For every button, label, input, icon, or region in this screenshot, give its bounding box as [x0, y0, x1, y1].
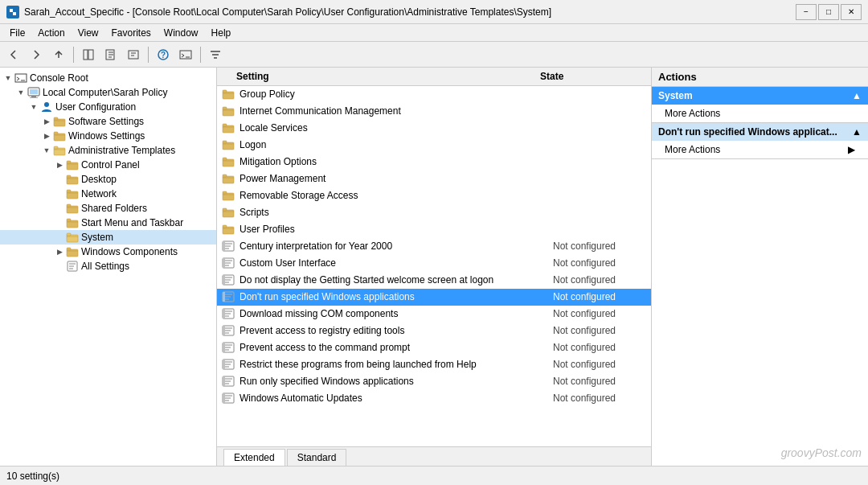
- list-item[interactable]: Prevent access to the command prompt Not…: [217, 339, 651, 356]
- console-root-icon: [14, 72, 27, 84]
- list-item[interactable]: Group Policy: [217, 86, 651, 103]
- row-icon-prevent-cmd: [217, 341, 236, 354]
- tree-item-all-settings[interactable]: All Settings: [0, 259, 216, 273]
- export-button[interactable]: [100, 45, 121, 64]
- expander-windows-settings[interactable]: ▶: [40, 129, 53, 142]
- list-item[interactable]: Internet Communication Management: [217, 103, 651, 120]
- console-button[interactable]: [175, 45, 196, 64]
- tree-item-local-computer[interactable]: ▼ Local Computer\Sarah Policy: [0, 85, 216, 100]
- list-item-dont-run-apps[interactable]: Don't run specified Windows applications…: [217, 289, 651, 306]
- svg-rect-45: [223, 159, 234, 166]
- actions-section-dont-run-header[interactable]: Don't run specified Windows applicat... …: [652, 123, 868, 141]
- row-state-logon: [547, 144, 651, 146]
- windows-components-icon: [66, 245, 79, 258]
- maximize-button[interactable]: □: [818, 4, 839, 20]
- svg-rect-64: [223, 309, 225, 319]
- list-item[interactable]: Windows Automatic Updates Not configured: [217, 390, 651, 407]
- tab-extended[interactable]: Extended: [223, 449, 285, 466]
- list-item[interactable]: Scripts: [217, 204, 651, 221]
- tree-item-user-config[interactable]: ▼ User Configuration: [0, 100, 216, 114]
- help-button[interactable]: ?: [153, 45, 174, 64]
- row-state-win-auto-updates: Not configured: [547, 392, 651, 405]
- svg-rect-19: [54, 132, 58, 134]
- svg-rect-13: [31, 96, 36, 97]
- list-item[interactable]: Century interpretation for Year 2000 Not…: [217, 238, 651, 255]
- list-item[interactable]: User Profiles: [217, 221, 651, 238]
- tree-item-windows-components[interactable]: ▶ Windows Components: [0, 245, 216, 259]
- menu-file[interactable]: File: [3, 26, 31, 40]
- list-item[interactable]: Locale Services: [217, 120, 651, 137]
- list-item[interactable]: Prevent access to registry editing tools…: [217, 323, 651, 339]
- list-item[interactable]: Download missing COM components Not conf…: [217, 306, 651, 323]
- row-label-dont-run-apps: Don't run specified Windows applications: [236, 290, 547, 303]
- svg-rect-37: [223, 92, 234, 99]
- back-button[interactable]: [3, 45, 24, 64]
- row-state-download-com: Not configured: [547, 307, 651, 320]
- row-icon-download-com: [217, 307, 236, 320]
- list-item[interactable]: Restrict these programs from being launc…: [217, 356, 651, 373]
- expander-software-settings[interactable]: ▶: [40, 115, 53, 128]
- list-item[interactable]: Mitigation Options: [217, 154, 651, 171]
- list-item[interactable]: Logon: [217, 137, 651, 154]
- expander-user-config[interactable]: ▼: [27, 101, 40, 113]
- tree-item-console-root[interactable]: ▼ Console Root: [0, 71, 216, 85]
- menu-view[interactable]: View: [72, 26, 105, 40]
- menu-action[interactable]: Action: [31, 26, 71, 40]
- list-item[interactable]: Removable Storage Access: [217, 187, 651, 204]
- minimize-button[interactable]: −: [796, 4, 817, 20]
- svg-rect-20: [54, 148, 65, 155]
- row-icon-group-policy: [217, 88, 236, 101]
- actions-item-more-actions-system[interactable]: More Actions: [652, 105, 868, 122]
- tree-item-start-menu[interactable]: Start Menu and Taskbar: [0, 216, 216, 230]
- expander-admin-templates[interactable]: ▼: [40, 144, 53, 157]
- tree-item-shared-folders[interactable]: Shared Folders: [0, 201, 216, 216]
- expander-local-computer[interactable]: ▼: [14, 86, 27, 99]
- properties-button[interactable]: [123, 45, 144, 64]
- actions-section-system-header[interactable]: System ▲: [652, 87, 868, 105]
- svg-rect-43: [223, 142, 234, 150]
- row-label-logon: Logon: [236, 138, 547, 151]
- tree-item-system[interactable]: System: [0, 230, 216, 245]
- window-title: Sarah_Accout_Specific - [Console Root\Lo…: [24, 6, 796, 18]
- tab-standard[interactable]: Standard: [287, 449, 347, 466]
- list-item[interactable]: Custom User Interface Not configured: [217, 255, 651, 272]
- all-settings-icon: [66, 260, 79, 273]
- tree-item-desktop[interactable]: Desktop: [0, 172, 216, 187]
- expander-windows-components[interactable]: ▶: [53, 245, 66, 258]
- toolbar: ?: [0, 42, 868, 68]
- list-item[interactable]: Run only specified Windows applications …: [217, 373, 651, 390]
- close-button[interactable]: ✕: [841, 4, 862, 20]
- actions-section-dont-run: Don't run specified Windows applicat... …: [652, 123, 868, 159]
- actions-item-more-actions-app[interactable]: More Actions ▶: [652, 141, 868, 158]
- menu-window[interactable]: Window: [158, 26, 205, 40]
- row-label-download-com: Download missing COM components: [236, 307, 547, 320]
- svg-rect-56: [223, 241, 225, 251]
- filter-button[interactable]: [205, 45, 226, 64]
- svg-rect-47: [223, 176, 234, 183]
- svg-rect-54: [223, 225, 227, 228]
- list-item[interactable]: Do not display the Getting Started welco…: [217, 272, 651, 289]
- expander-control-panel[interactable]: ▶: [53, 158, 66, 171]
- menu-help[interactable]: Help: [205, 26, 238, 40]
- row-label-power-management: Power Management: [236, 172, 547, 185]
- menu-favorites[interactable]: Favorites: [105, 26, 158, 40]
- show-hide-tree-button[interactable]: [78, 45, 99, 64]
- row-label-user-profiles: User Profiles: [236, 223, 547, 236]
- row-label-win-auto-updates: Windows Automatic Updates: [236, 392, 547, 405]
- svg-rect-3: [84, 50, 88, 60]
- svg-rect-38: [223, 90, 227, 92]
- up-button[interactable]: [48, 45, 69, 64]
- tree-item-windows-settings[interactable]: ▶ Windows Settings: [0, 129, 216, 143]
- row-label-no-welcome-screen: Do not display the Getting Started welco…: [236, 273, 547, 286]
- actions-item-more-actions-system-label: More Actions: [665, 108, 720, 119]
- forward-button[interactable]: [26, 45, 47, 64]
- tree-item-control-panel[interactable]: ▶ Control Panel: [0, 158, 216, 172]
- tree-item-network[interactable]: Network: [0, 187, 216, 201]
- svg-rect-6: [129, 51, 138, 59]
- tree-item-software-settings[interactable]: ▶ Software Settings: [0, 114, 216, 129]
- expander-console-root[interactable]: ▼: [2, 72, 14, 84]
- tree-item-admin-templates[interactable]: ▼ Administrative Templates: [0, 143, 216, 158]
- content-list[interactable]: Group Policy Internet Communication Mana…: [217, 86, 651, 446]
- row-state-internet-comm: [547, 110, 651, 112]
- list-item[interactable]: Power Management: [217, 171, 651, 187]
